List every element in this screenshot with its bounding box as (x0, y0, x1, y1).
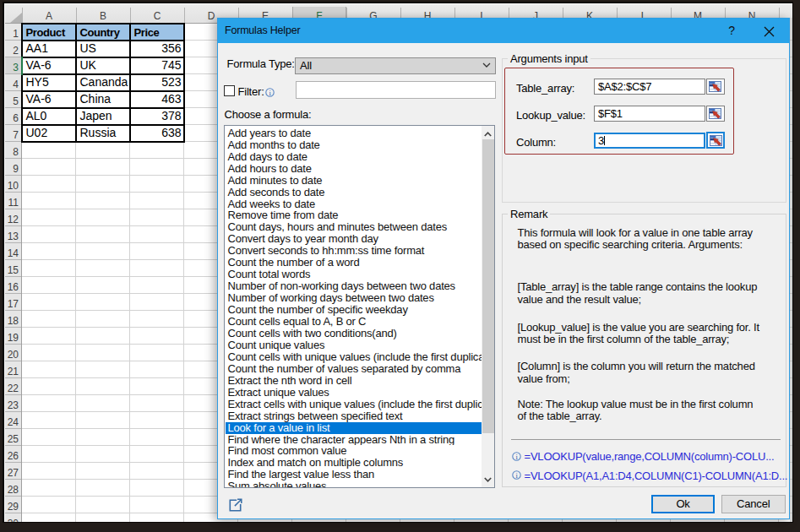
svg-text:i: i (515, 452, 518, 460)
svg-text:i: i (269, 88, 271, 96)
svg-text:i: i (515, 471, 518, 480)
